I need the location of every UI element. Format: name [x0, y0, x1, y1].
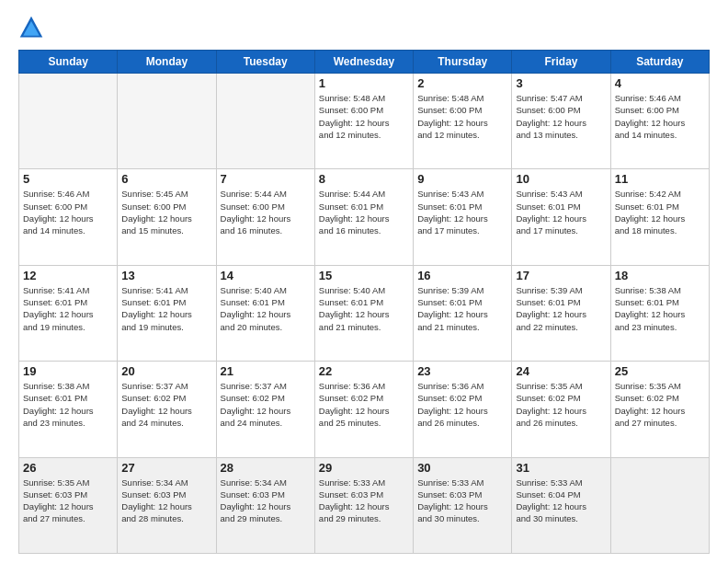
calendar-cell: 9Sunrise: 5:43 AM Sunset: 6:01 PM Daylig… — [414, 169, 512, 265]
day-detail: Sunrise: 5:42 AM Sunset: 6:01 PM Dayligh… — [615, 188, 705, 236]
calendar-cell: 20Sunrise: 5:37 AM Sunset: 6:02 PM Dayli… — [118, 362, 216, 457]
day-number: 10 — [516, 172, 606, 186]
calendar-cell — [610, 457, 709, 553]
day-number: 22 — [319, 364, 409, 378]
day-detail: Sunrise: 5:44 AM Sunset: 6:00 PM Dayligh… — [221, 188, 311, 236]
logo-icon — [18, 15, 44, 40]
calendar-cell: 22Sunrise: 5:36 AM Sunset: 6:02 PM Dayli… — [314, 362, 413, 457]
calendar-cell: 14Sunrise: 5:40 AM Sunset: 6:01 PM Dayli… — [216, 265, 314, 361]
day-number: 28 — [221, 461, 311, 475]
calendar-cell: 12Sunrise: 5:41 AM Sunset: 6:01 PM Dayli… — [19, 265, 118, 361]
day-detail: Sunrise: 5:47 AM Sunset: 6:00 PM Dayligh… — [516, 92, 606, 141]
day-number: 12 — [23, 269, 113, 282]
calendar-cell: 6Sunrise: 5:45 AM Sunset: 6:00 PM Daylig… — [118, 169, 216, 265]
day-number: 27 — [121, 461, 211, 475]
day-detail: Sunrise: 5:33 AM Sunset: 6:03 PM Dayligh… — [319, 477, 409, 525]
calendar-cell: 15Sunrise: 5:40 AM Sunset: 6:01 PM Dayli… — [314, 265, 413, 361]
day-detail: Sunrise: 5:36 AM Sunset: 6:02 PM Dayligh… — [417, 380, 507, 429]
day-number: 19 — [23, 364, 113, 378]
day-detail: Sunrise: 5:43 AM Sunset: 6:01 PM Dayligh… — [417, 188, 507, 236]
day-number: 1 — [319, 76, 409, 90]
day-detail: Sunrise: 5:46 AM Sunset: 6:00 PM Dayligh… — [615, 92, 705, 141]
day-number: 31 — [516, 461, 606, 475]
day-detail: Sunrise: 5:39 AM Sunset: 6:01 PM Dayligh… — [417, 284, 507, 333]
day-number: 13 — [121, 269, 211, 282]
weekday-header-monday: Monday — [118, 51, 216, 74]
day-number: 25 — [615, 364, 705, 378]
calendar-cell: 5Sunrise: 5:46 AM Sunset: 6:00 PM Daylig… — [19, 169, 118, 265]
day-number: 16 — [417, 269, 507, 282]
day-number: 26 — [23, 461, 113, 475]
day-detail: Sunrise: 5:38 AM Sunset: 6:01 PM Dayligh… — [23, 380, 113, 429]
week-row-1: 1Sunrise: 5:48 AM Sunset: 6:00 PM Daylig… — [19, 74, 710, 169]
day-number: 21 — [221, 364, 311, 378]
weekday-header-saturday: Saturday — [610, 51, 709, 74]
day-detail: Sunrise: 5:40 AM Sunset: 6:01 PM Dayligh… — [221, 284, 311, 333]
day-detail: Sunrise: 5:46 AM Sunset: 6:00 PM Dayligh… — [23, 188, 113, 236]
day-number: 6 — [121, 172, 211, 186]
calendar-cell: 13Sunrise: 5:41 AM Sunset: 6:01 PM Dayli… — [118, 265, 216, 361]
day-number: 14 — [221, 269, 311, 282]
calendar-cell: 8Sunrise: 5:44 AM Sunset: 6:01 PM Daylig… — [314, 169, 413, 265]
day-detail: Sunrise: 5:41 AM Sunset: 6:01 PM Dayligh… — [23, 284, 113, 333]
calendar-cell: 25Sunrise: 5:35 AM Sunset: 6:02 PM Dayli… — [610, 362, 709, 457]
calendar-cell — [118, 74, 216, 169]
calendar-cell: 29Sunrise: 5:33 AM Sunset: 6:03 PM Dayli… — [314, 457, 413, 553]
day-detail: Sunrise: 5:38 AM Sunset: 6:01 PM Dayligh… — [615, 284, 705, 333]
calendar-cell: 17Sunrise: 5:39 AM Sunset: 6:01 PM Dayli… — [512, 265, 610, 361]
day-number: 5 — [23, 172, 113, 186]
calendar-cell: 10Sunrise: 5:43 AM Sunset: 6:01 PM Dayli… — [512, 169, 610, 265]
day-detail: Sunrise: 5:39 AM Sunset: 6:01 PM Dayligh… — [516, 284, 606, 333]
calendar-cell — [19, 74, 118, 169]
calendar-cell: 24Sunrise: 5:35 AM Sunset: 6:02 PM Dayli… — [512, 362, 610, 457]
calendar-cell: 27Sunrise: 5:34 AM Sunset: 6:03 PM Dayli… — [118, 457, 216, 553]
calendar-cell: 18Sunrise: 5:38 AM Sunset: 6:01 PM Dayli… — [610, 265, 709, 361]
calendar-table: SundayMondayTuesdayWednesdayThursdayFrid… — [18, 50, 710, 554]
day-detail: Sunrise: 5:40 AM Sunset: 6:01 PM Dayligh… — [319, 284, 409, 333]
day-detail: Sunrise: 5:34 AM Sunset: 6:03 PM Dayligh… — [121, 477, 211, 525]
weekday-header-tuesday: Tuesday — [216, 51, 314, 74]
day-detail: Sunrise: 5:33 AM Sunset: 6:04 PM Dayligh… — [516, 477, 606, 525]
day-detail: Sunrise: 5:33 AM Sunset: 6:03 PM Dayligh… — [417, 477, 507, 525]
day-number: 11 — [615, 172, 705, 186]
day-number: 2 — [417, 76, 507, 90]
day-detail: Sunrise: 5:37 AM Sunset: 6:02 PM Dayligh… — [221, 380, 311, 429]
week-row-2: 5Sunrise: 5:46 AM Sunset: 6:00 PM Daylig… — [19, 169, 710, 265]
weekday-header-friday: Friday — [512, 51, 610, 74]
calendar-cell: 26Sunrise: 5:35 AM Sunset: 6:03 PM Dayli… — [19, 457, 118, 553]
calendar-cell: 3Sunrise: 5:47 AM Sunset: 6:00 PM Daylig… — [512, 74, 610, 169]
day-detail: Sunrise: 5:34 AM Sunset: 6:03 PM Dayligh… — [221, 477, 311, 525]
calendar-cell: 28Sunrise: 5:34 AM Sunset: 6:03 PM Dayli… — [216, 457, 314, 553]
logo — [18, 15, 48, 40]
day-number: 23 — [417, 364, 507, 378]
weekday-header-sunday: Sunday — [19, 51, 118, 74]
calendar-cell: 21Sunrise: 5:37 AM Sunset: 6:02 PM Dayli… — [216, 362, 314, 457]
day-detail: Sunrise: 5:37 AM Sunset: 6:02 PM Dayligh… — [121, 380, 211, 429]
day-number: 20 — [121, 364, 211, 378]
calendar-cell: 19Sunrise: 5:38 AM Sunset: 6:01 PM Dayli… — [19, 362, 118, 457]
calendar-cell: 23Sunrise: 5:36 AM Sunset: 6:02 PM Dayli… — [414, 362, 512, 457]
calendar-cell: 31Sunrise: 5:33 AM Sunset: 6:04 PM Dayli… — [512, 457, 610, 553]
header — [18, 15, 710, 40]
day-number: 15 — [319, 269, 409, 282]
day-detail: Sunrise: 5:36 AM Sunset: 6:02 PM Dayligh… — [319, 380, 409, 429]
day-number: 4 — [615, 76, 705, 90]
calendar-cell: 4Sunrise: 5:46 AM Sunset: 6:00 PM Daylig… — [610, 74, 709, 169]
day-detail: Sunrise: 5:44 AM Sunset: 6:01 PM Dayligh… — [319, 188, 409, 236]
day-number: 8 — [319, 172, 409, 186]
weekday-header-wednesday: Wednesday — [314, 51, 413, 74]
day-number: 24 — [516, 364, 606, 378]
weekday-header-row: SundayMondayTuesdayWednesdayThursdayFrid… — [19, 51, 710, 74]
week-row-4: 19Sunrise: 5:38 AM Sunset: 6:01 PM Dayli… — [19, 362, 710, 457]
day-number: 9 — [417, 172, 507, 186]
day-detail: Sunrise: 5:41 AM Sunset: 6:01 PM Dayligh… — [121, 284, 211, 333]
calendar-cell — [216, 74, 314, 169]
calendar-cell: 7Sunrise: 5:44 AM Sunset: 6:00 PM Daylig… — [216, 169, 314, 265]
week-row-5: 26Sunrise: 5:35 AM Sunset: 6:03 PM Dayli… — [19, 457, 710, 553]
day-number: 3 — [516, 76, 606, 90]
day-detail: Sunrise: 5:45 AM Sunset: 6:00 PM Dayligh… — [121, 188, 211, 236]
calendar-cell: 11Sunrise: 5:42 AM Sunset: 6:01 PM Dayli… — [610, 169, 709, 265]
weekday-header-thursday: Thursday — [414, 51, 512, 74]
day-number: 7 — [221, 172, 311, 186]
day-detail: Sunrise: 5:48 AM Sunset: 6:00 PM Dayligh… — [417, 92, 507, 141]
